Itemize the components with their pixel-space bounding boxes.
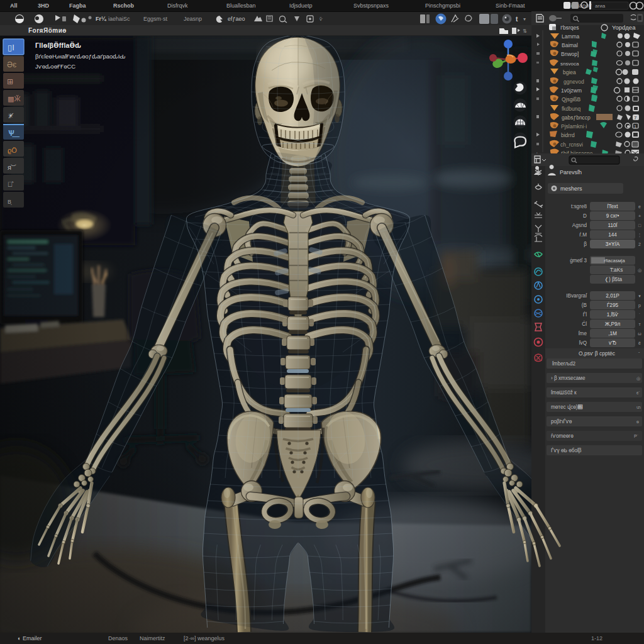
svg-text:QjsgißB: QjsgißB [562, 96, 581, 103]
svg-text:р: р [638, 303, 641, 308]
svg-text:iaehaiSc: iaehaiSc [108, 16, 130, 22]
svg-text:1: 1 [634, 125, 636, 129]
svg-text:Eggsm·st: Eggsm·st [143, 16, 168, 22]
svg-text:Jeasnp: Jeasnp [184, 16, 202, 22]
svg-text:7: 7 [634, 115, 637, 121]
svg-text:Sinb-Fmaat: Sinb-Fmaat [496, 3, 525, 9]
svg-text:,1M: ,1M [608, 331, 617, 336]
svg-text:Ж,P9л: Ж,P9л [605, 321, 621, 327]
svg-text:ѷ: ѷ [319, 16, 323, 22]
svg-text:βґєſеөԊнаſҒиѵԃөоƒԃаґраоԃІԂ: βґєſеөԊнаſҒиѵԃөоƒԃаґраоԃІԂ [35, 53, 126, 60]
svg-text:1v0jzwm: 1v0jzwm [561, 87, 582, 94]
svg-text:Pjslamkni·i: Pjslamkni·i [561, 123, 587, 130]
svg-text:▩Ӂ: ▩Ӂ [8, 95, 21, 103]
svg-text:› β xmxsеcaме: › β xmxsеcaме [551, 375, 586, 381]
svg-text:я͝: я͝ [8, 164, 16, 171]
svg-text:ggnevod: ggnevod [564, 79, 584, 85]
svg-text:агиа: агиа [595, 3, 606, 9]
svg-text:Ѓ295: Ѓ295 [607, 302, 619, 308]
svg-text:ſmbеrљd2: ſmbеrљd2 [552, 361, 575, 367]
svg-text:+: + [638, 213, 641, 219]
svg-text:I'bsrqes: I'bsrqes [560, 25, 579, 31]
svg-text:Svbstpsnpaxs: Svbstpsnpaxs [353, 3, 389, 9]
svg-text:All: All [10, 3, 18, 9]
svg-text:3HD: 3HD [38, 3, 50, 9]
svg-text:ġmеtſ 3: ġmеtſ 3 [570, 258, 587, 264]
svg-text:⇅: ⇅ [523, 28, 527, 34]
svg-text:Ѓl: Ѓl [583, 311, 587, 318]
svg-text:⋮: ⋮ [638, 233, 642, 237]
svg-text:Ѱ͟: Ѱ͟ [8, 129, 20, 138]
svg-text:▾: ▾ [638, 294, 641, 298]
svg-text:❬) β5ta: ❬) β5ta [604, 277, 622, 282]
svg-text:ˈ: ˈ [639, 313, 640, 317]
svg-text:ſmе: ſmе [579, 331, 587, 336]
svg-text:▾: ▾ [523, 16, 526, 22]
svg-text:Ѓѵү өЬ өбоſβ: Ѓѵү өЬ өбоſβ [551, 447, 582, 453]
svg-text:2,01P: 2,01P [606, 293, 619, 299]
svg-text:☀̸: ☀̸ [8, 112, 14, 119]
svg-text:ϱӦ: ϱӦ [8, 147, 17, 154]
svg-text:Fagba: Fagba [69, 3, 86, 9]
svg-text:єˈ: єˈ [636, 391, 640, 395]
svg-text:e: e [638, 204, 641, 209]
svg-text:IBvargraſ: IBvargraſ [566, 293, 587, 299]
svg-text:β: β [584, 242, 587, 247]
svg-text:в̖: в̖ [8, 197, 12, 205]
svg-text:ſText: ſText [608, 204, 619, 209]
svg-text:Disfrqvk: Disfrqvk [167, 3, 188, 9]
svg-text:(B: (B [582, 303, 587, 308]
svg-text:Ćl: Ćl [582, 321, 587, 327]
svg-text:meshеrs: meshеrs [560, 186, 582, 192]
svg-text:ЈѵөԃоөҒҒөСС: ЈѵөԃоөҒҒөСС [35, 63, 75, 70]
svg-text:Yopdдea: Yopdдea [612, 24, 636, 31]
svg-text:Rschob: Rschob [113, 3, 135, 9]
svg-text:Pinschgmpsbi: Pinschgmpsbi [425, 3, 460, 9]
svg-text:Baimal: Baimal [562, 42, 578, 48]
svg-text:fkdbunq: fkdbunq [562, 106, 581, 112]
svg-text:2: 2 [638, 242, 641, 247]
svg-text:110ſ: 110ſ [608, 223, 618, 228]
svg-text:D: D [583, 213, 587, 219]
svg-text:տ: տ [636, 405, 641, 409]
svg-text:snsvoca: snsvoca [560, 61, 579, 67]
svg-text:ŕѵоmеөгѳ: ŕѵоmеөгѳ [551, 433, 574, 439]
svg-text:bidrrd: bidrrd [561, 132, 575, 138]
svg-text:Ҏˈ: Ҏˈ [634, 434, 638, 438]
svg-text:bgiea: bgiea [563, 69, 576, 75]
svg-text:Bluallesban: Bluallesban [226, 3, 256, 9]
svg-text:T:aKs: T:aKs [610, 267, 623, 273]
svg-text:роβҺЃѵө: роβҺЃѵө [551, 418, 572, 425]
svg-text:ё: ё [638, 341, 641, 345]
svg-text:Fr¼: Fr¼ [96, 16, 107, 22]
svg-text:1,ſ5ѷ: 1,ſ5ѷ [607, 311, 619, 318]
svg-text:ГllѳſβӪfflаӪԃ: ГllѳſβӪfflаӪԃ [35, 42, 81, 49]
svg-text:Bnwop]: Bnwop] [561, 51, 579, 57]
svg-text:◎: ◎ [638, 268, 641, 272]
svg-text:ѵЂ: ѵЂ [609, 340, 616, 346]
svg-text:ſmѳШЅ0ž к: ſmѳШЅ0ž к [551, 390, 577, 396]
svg-text:Agsnd: Agsnd [572, 223, 587, 228]
svg-text:gabsƒbnccp: gabsƒbnccp [562, 114, 591, 121]
svg-text:Әє: Әє [7, 60, 16, 69]
svg-text:О,psѵ β cpptёc: О,psѵ β cpptёc [579, 350, 616, 357]
svg-text:ſvQ: ſvQ [579, 340, 587, 346]
svg-text:9 cxr•: 9 cxr• [606, 213, 619, 219]
svg-text:efƒaeo: efƒaeo [228, 16, 245, 22]
svg-text:mөтес վсѳ)֋: mөтес վсѳ)֋ [551, 404, 583, 410]
svg-text:▯І: ▯І [8, 43, 14, 52]
svg-text:ch_rcnsvi: ch_rcnsvi [560, 142, 583, 148]
svg-text:∴͛: ∴͛ [8, 180, 14, 188]
svg-text:Idjsduetp: Idjsduetp [289, 3, 313, 9]
svg-text:ω: ω [638, 331, 641, 336]
svg-text:Lamma: Lamma [562, 33, 580, 40]
svg-text:⊞̵: ⊞̵ [7, 77, 13, 86]
svg-text:Parevsſh: Parevsſh [560, 169, 582, 175]
svg-text:t: t [516, 16, 518, 23]
svg-text:t:sgrе8: t:sgrе8 [571, 204, 587, 209]
svg-text:ѳ: ѳ [636, 419, 639, 424]
svg-text:ŕ.M: ŕ.M [579, 232, 587, 238]
svg-text:144: 144 [608, 232, 617, 238]
svg-text:◎: ◎ [636, 376, 640, 380]
svg-text:3×Y/A: 3×Y/A [606, 242, 620, 247]
